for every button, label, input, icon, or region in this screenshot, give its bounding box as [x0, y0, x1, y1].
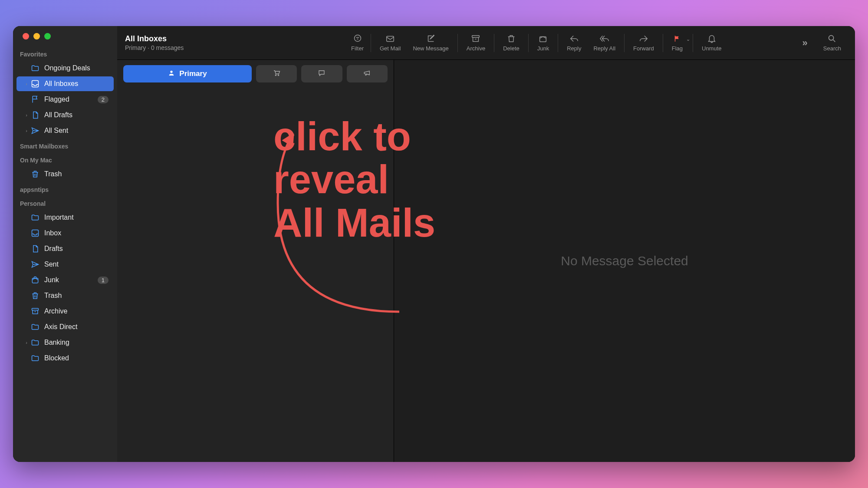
- sidebar-item-all-sent[interactable]: › All Sent: [16, 123, 114, 138]
- bell-icon: [707, 34, 717, 43]
- svg-rect-1: [32, 230, 39, 237]
- sidebar-item-label: Flagged: [44, 96, 98, 103]
- trash-icon: [30, 291, 40, 300]
- content-area: Primary: [117, 60, 855, 462]
- sidebar-item-axis-direct[interactable]: Axis Direct: [16, 320, 114, 334]
- divider: [558, 34, 558, 52]
- delete-button[interactable]: Delete: [497, 34, 526, 52]
- empty-state-text: No Message Selected: [561, 254, 688, 268]
- sidebar-item-all-inboxes[interactable]: › All Inboxes: [16, 76, 114, 91]
- divider: [693, 34, 693, 52]
- unmute-button[interactable]: Unmute: [696, 34, 728, 52]
- sidebar-item-flagged[interactable]: Flagged 2: [16, 92, 114, 107]
- tab-primary[interactable]: Primary: [123, 65, 252, 82]
- sidebar-item-label: Sent: [44, 260, 108, 268]
- tray-icon: [30, 228, 40, 238]
- junk-icon: [30, 275, 40, 285]
- sidebar-item-important[interactable]: Important: [16, 210, 114, 225]
- section-on-my-mac[interactable]: On My Mac: [13, 152, 117, 166]
- svg-rect-0: [32, 81, 39, 87]
- sidebar-item-ongoing-deals[interactable]: Ongoing Deals: [16, 61, 114, 76]
- tab-shopping[interactable]: [256, 65, 297, 82]
- tab-social[interactable]: [301, 65, 342, 82]
- sidebar-item-all-drafts[interactable]: › All Drafts: [16, 108, 114, 122]
- header-title: All Inboxes Primary · 0 messages: [125, 34, 184, 51]
- megaphone-icon: [363, 69, 371, 79]
- category-tabs: Primary: [117, 60, 394, 88]
- message-viewer-pane: No Message Selected: [394, 60, 855, 462]
- folder-icon: [30, 353, 40, 363]
- section-smart-mailboxes[interactable]: Smart Mailboxes: [13, 138, 117, 152]
- sidebar-item-label: All Inboxes: [44, 80, 108, 88]
- svg-point-4: [354, 35, 361, 42]
- chat-icon: [318, 69, 326, 79]
- divider: [457, 34, 458, 52]
- sidebar-item-trash-local[interactable]: Trash: [16, 167, 114, 181]
- reply-all-icon: [600, 34, 609, 43]
- send-icon: [30, 126, 40, 135]
- sidebar-item-label: Ongoing Deals: [44, 64, 108, 72]
- divider: [663, 34, 663, 52]
- chevron-right-icon[interactable]: ›: [23, 340, 30, 345]
- divider: [624, 34, 625, 52]
- chevron-right-icon[interactable]: ›: [23, 81, 30, 86]
- section-appsntips[interactable]: appsntips: [13, 182, 117, 196]
- new-message-button[interactable]: New Message: [407, 34, 454, 52]
- sidebar-item-label: Trash: [44, 292, 108, 300]
- sidebar-item-label: Archive: [44, 307, 108, 315]
- junk-button[interactable]: Junk: [531, 34, 555, 52]
- sidebar-item-inbox[interactable]: Inbox: [16, 226, 114, 241]
- flag-icon: [673, 34, 681, 43]
- section-personal[interactable]: Personal: [13, 196, 117, 210]
- tab-promotions[interactable]: [347, 65, 388, 82]
- reply-all-button[interactable]: Reply All: [587, 34, 621, 52]
- junk-icon: [538, 34, 548, 43]
- count-badge: 1: [98, 277, 108, 284]
- sidebar-item-junk[interactable]: Junk 1: [16, 273, 114, 287]
- close-window-button[interactable]: [23, 33, 29, 40]
- tray-icon: [30, 79, 40, 89]
- svg-rect-5: [387, 36, 394, 42]
- section-favorites[interactable]: Favorites: [13, 46, 117, 60]
- trash-icon: [506, 34, 516, 43]
- mailbox-title: All Inboxes: [125, 34, 184, 43]
- reply-icon: [569, 34, 579, 43]
- maximize-window-button[interactable]: [44, 33, 51, 40]
- flag-icon: [30, 95, 40, 104]
- sidebar-item-label: Axis Direct: [44, 323, 108, 331]
- folder-icon: [30, 338, 40, 347]
- sidebar-item-label: All Sent: [44, 127, 108, 135]
- svg-rect-3: [32, 308, 39, 310]
- sidebar-item-drafts[interactable]: Drafts: [16, 241, 114, 256]
- sidebar: Favorites Ongoing Deals › All Inboxes Fl…: [13, 26, 117, 462]
- sidebar-item-label: Banking: [44, 339, 108, 346]
- sidebar-item-trash[interactable]: Trash: [16, 288, 114, 303]
- more-button[interactable]: »: [802, 37, 808, 49]
- forward-button[interactable]: Forward: [627, 34, 660, 52]
- flag-button[interactable]: Flag: [666, 34, 689, 52]
- send-icon: [30, 260, 40, 269]
- svg-point-8: [829, 36, 834, 40]
- archive-button[interactable]: Archive: [460, 34, 491, 52]
- filter-button[interactable]: Filter: [351, 34, 364, 52]
- search-button[interactable]: Search: [817, 34, 847, 52]
- get-mail-button[interactable]: Get Mail: [374, 34, 407, 52]
- divider: [494, 34, 494, 52]
- toolbar: All Inboxes Primary · 0 messages Filter …: [117, 26, 855, 60]
- sidebar-item-sent[interactable]: Sent: [16, 257, 114, 272]
- window-controls: [13, 33, 117, 46]
- sidebar-item-blocked[interactable]: Blocked: [16, 351, 114, 366]
- message-list-pane: Primary: [117, 60, 394, 462]
- sidebar-item-archive[interactable]: Archive: [16, 304, 114, 319]
- sidebar-item-banking[interactable]: › Banking: [16, 335, 114, 350]
- reply-button[interactable]: Reply: [561, 34, 587, 52]
- flag-dropdown-button[interactable]: ⌄: [686, 36, 690, 42]
- sidebar-item-label: Junk: [44, 276, 98, 284]
- svg-point-9: [171, 70, 173, 73]
- filter-icon: [351, 34, 364, 44]
- compose-icon: [426, 34, 436, 43]
- chevron-right-icon[interactable]: ›: [23, 128, 30, 133]
- minimize-window-button[interactable]: [33, 33, 40, 40]
- chevron-right-icon[interactable]: ›: [23, 112, 30, 118]
- tab-label: Primary: [179, 69, 207, 78]
